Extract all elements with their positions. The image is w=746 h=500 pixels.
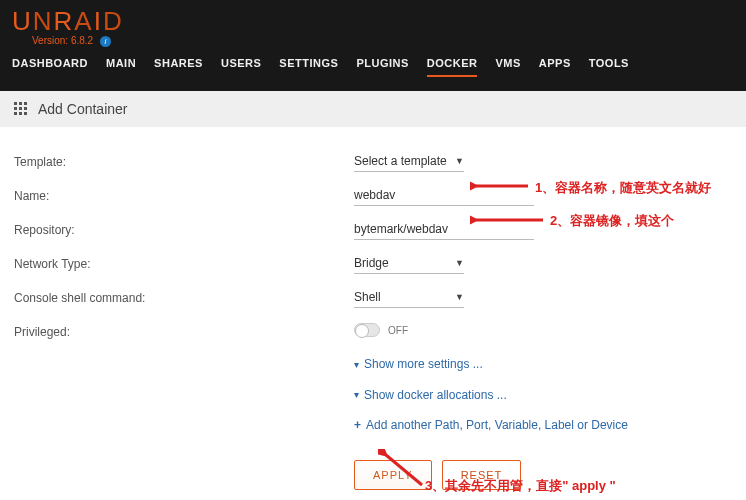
row-network: Network Type: Bridge▼ (14, 247, 732, 281)
topbar: UNRAID Version: 6.8.2 i DASHBOARDMAINSHA… (0, 0, 746, 91)
row-name: Name: webdav (14, 179, 732, 213)
name-label: Name: (14, 189, 354, 203)
console-label: Console shell command: (14, 291, 354, 305)
page-header: Add Container (0, 91, 746, 127)
svg-rect-7 (19, 112, 22, 115)
chevron-down-icon: ▾ (354, 359, 359, 370)
template-select[interactable]: Select a template▼ (354, 151, 464, 172)
row-template: Template: Select a template▼ (14, 145, 732, 179)
nav-apps[interactable]: APPS (539, 57, 571, 77)
show-more-link[interactable]: ▾ Show more settings ... (354, 357, 483, 371)
nav-shares[interactable]: SHARES (154, 57, 203, 77)
svg-rect-1 (19, 102, 22, 105)
svg-rect-0 (14, 102, 17, 105)
show-docker-row: ▾ Show docker allocations ... (354, 379, 732, 410)
show-docker-link[interactable]: ▾ Show docker allocations ... (354, 388, 507, 402)
privileged-state: OFF (388, 325, 408, 336)
nav-plugins[interactable]: PLUGINS (356, 57, 408, 77)
repository-input[interactable]: bytemark/webdav (354, 219, 534, 240)
svg-rect-6 (14, 112, 17, 115)
reset-button[interactable]: RESET (442, 460, 522, 490)
add-path-link[interactable]: + Add another Path, Port, Variable, Labe… (354, 418, 628, 432)
network-select[interactable]: Bridge▼ (354, 253, 464, 274)
plus-icon: + (354, 418, 361, 432)
svg-rect-8 (24, 112, 27, 115)
show-more-row: ▾ Show more settings ... (354, 349, 732, 380)
chevron-down-icon: ▾ (354, 389, 359, 400)
nav-docker[interactable]: DOCKER (427, 57, 478, 77)
nav-settings[interactable]: SETTINGS (279, 57, 338, 77)
name-input[interactable]: webdav (354, 185, 534, 206)
privileged-label: Privileged: (14, 325, 354, 339)
button-row: APPLY RESET (354, 440, 732, 490)
console-select[interactable]: Shell▼ (354, 287, 464, 308)
apply-button[interactable]: APPLY (354, 460, 432, 490)
form-content: Template: Select a template▼ Name: webda… (0, 127, 746, 500)
nav-tools[interactable]: TOOLS (589, 57, 629, 77)
chevron-down-icon: ▼ (455, 292, 464, 302)
svg-rect-2 (24, 102, 27, 105)
nav-vms[interactable]: VMS (495, 57, 520, 77)
nav-dashboard[interactable]: DASHBOARD (12, 57, 88, 77)
chevron-down-icon: ▼ (455, 258, 464, 268)
main-nav: DASHBOARDMAINSHARESUSERSSETTINGSPLUGINSD… (12, 47, 734, 85)
svg-rect-4 (19, 107, 22, 110)
repository-label: Repository: (14, 223, 354, 237)
page-title: Add Container (38, 101, 128, 117)
info-icon[interactable]: i (100, 36, 111, 47)
brand-logo: UNRAID (12, 0, 124, 37)
row-console: Console shell command: Shell▼ (14, 281, 732, 315)
nav-main[interactable]: MAIN (106, 57, 136, 77)
grid-icon (14, 102, 28, 116)
svg-rect-3 (14, 107, 17, 110)
nav-users[interactable]: USERS (221, 57, 261, 77)
privileged-toggle[interactable] (354, 323, 380, 337)
row-privileged: Privileged: OFF (14, 315, 732, 349)
svg-rect-5 (24, 107, 27, 110)
row-repository: Repository: bytemark/webdav (14, 213, 732, 247)
add-path-row: + Add another Path, Port, Variable, Labe… (354, 410, 732, 440)
network-label: Network Type: (14, 257, 354, 271)
chevron-down-icon: ▼ (455, 156, 464, 166)
template-label: Template: (14, 155, 354, 169)
